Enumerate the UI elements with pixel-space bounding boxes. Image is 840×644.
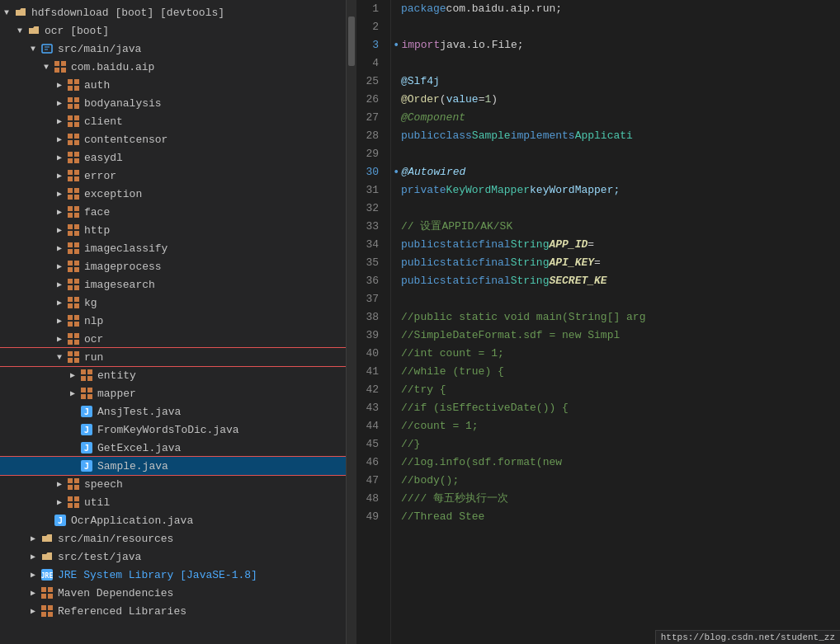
code-line-30: • @Autowired xyxy=(401,163,840,181)
tree-item-easydl[interactable]: ▶easydl xyxy=(0,148,346,167)
svg-text:J: J xyxy=(84,444,89,453)
tree-item-OcrApplication[interactable]: JOcrApplication.java xyxy=(0,511,346,529)
tree-item-com-baidu-aip[interactable]: ▼com.baidu.aip xyxy=(0,58,346,76)
svg-rect-31 xyxy=(68,188,73,193)
svg-rect-47 xyxy=(68,261,73,266)
tree-item-exception[interactable]: ▶exception xyxy=(0,185,346,203)
svg-rect-64 xyxy=(74,333,79,338)
svg-rect-26 xyxy=(74,158,79,163)
tree-arrow[interactable]: ▶ xyxy=(53,80,66,90)
tree-arrow[interactable]: ▶ xyxy=(53,171,66,181)
tree-arrow[interactable]: ▶ xyxy=(53,153,66,162)
tree-item-nlp[interactable]: ▶nlp xyxy=(0,312,346,330)
svg-rect-99 xyxy=(41,587,46,592)
tree-arrow[interactable]: ▼ xyxy=(0,8,13,17)
tree-label-OcrApplication: OcrApplication.java xyxy=(71,515,193,527)
tree-item-client[interactable]: ▶client xyxy=(0,112,346,130)
svg-rect-69 xyxy=(68,358,73,363)
tree-item-imageclassify[interactable]: ▶imageclassify xyxy=(0,239,346,257)
tree-item-Sample[interactable]: JSample.java xyxy=(0,457,346,475)
svg-rect-44 xyxy=(74,242,79,247)
line-number-43: 43 xyxy=(356,399,384,417)
tree-arrow[interactable]: ▶ xyxy=(66,370,79,380)
svg-rect-46 xyxy=(74,249,79,254)
tree-item-util[interactable]: ▶util xyxy=(0,493,346,511)
tree-arrow[interactable]: ▶ xyxy=(26,552,40,562)
tree-arrow[interactable]: ▶ xyxy=(53,207,66,217)
tree-item-speech[interactable]: ▶speech xyxy=(0,475,346,493)
tree-item-ocr-pkg[interactable]: ▶ocr xyxy=(0,330,346,348)
tree-arrow[interactable]: ▶ xyxy=(66,388,79,398)
tree-icon-exception xyxy=(66,186,81,201)
tree-arrow[interactable]: ▼ xyxy=(53,353,66,362)
scrollbar-thumb[interactable] xyxy=(348,16,355,66)
svg-rect-49 xyxy=(68,267,73,272)
tree-item-src-test-java[interactable]: ▶src/test/java xyxy=(0,548,346,566)
code-token: // xyxy=(401,490,414,508)
tree-arrow[interactable]: ▼ xyxy=(26,45,40,54)
tree-arrow[interactable]: ▶ xyxy=(53,334,66,344)
tree-icon-hdfsdownload xyxy=(13,5,28,20)
code-token: ( xyxy=(440,91,446,109)
tree-icon-run xyxy=(66,350,81,364)
tree-item-kg[interactable]: ▶kg xyxy=(0,294,346,312)
line-number-45: 45 xyxy=(356,435,384,454)
tree-arrow[interactable]: ▼ xyxy=(40,63,53,72)
tree-arrow[interactable]: ▶ xyxy=(26,606,40,616)
code-token: // 设置APPID/AK/SK xyxy=(401,218,512,236)
tree-icon-kg xyxy=(66,295,81,310)
tree-item-GetExcel[interactable]: JGetExcel.java xyxy=(0,439,346,457)
tree-arrow[interactable]: ▶ xyxy=(26,534,40,543)
tree-item-http[interactable]: ▶http xyxy=(0,221,346,239)
tree-item-hdfsdownload[interactable]: ▼hdfsdownload [boot] [devtools] xyxy=(0,3,346,21)
code-content: package com.baidu.aip.run;•import java.i… xyxy=(391,0,840,644)
tree-arrow[interactable]: ▶ xyxy=(53,225,66,235)
svg-rect-104 xyxy=(48,605,53,610)
tree-arrow[interactable]: ▼ xyxy=(13,26,26,35)
tree-arrow[interactable]: ▶ xyxy=(53,98,66,108)
tree-item-mapper[interactable]: ▶mapper xyxy=(0,384,346,402)
tree-arrow[interactable]: ▶ xyxy=(53,189,66,199)
tree-item-entity[interactable]: ▶entity xyxy=(0,366,346,384)
tree-item-AnsjTest[interactable]: JAnsjTest.java xyxy=(0,402,346,421)
tree-item-ocr[interactable]: ▼ocr [boot] xyxy=(0,21,346,40)
tree-icon-error xyxy=(66,168,81,183)
code-token: private xyxy=(401,181,446,200)
tree-item-run[interactable]: ▼run xyxy=(0,348,346,366)
tree-item-jre[interactable]: ▶JREJRE System Library [JavaSE-1.8] xyxy=(0,566,346,584)
tree-item-imageprocess[interactable]: ▶imageprocess xyxy=(0,257,346,275)
tree-item-maven[interactable]: ▶Maven Dependencies xyxy=(0,584,346,602)
tree-arrow[interactable]: ▶ xyxy=(53,479,66,489)
svg-rect-94 xyxy=(74,503,79,508)
tree-arrow[interactable]: ▶ xyxy=(53,116,66,126)
tree-item-bodyanalysis[interactable]: ▶bodyanalysis xyxy=(0,94,346,112)
tree-item-src-main-resources[interactable]: ▶src/main/resources xyxy=(0,529,346,548)
tree-arrow[interactable]: ▶ xyxy=(26,588,40,598)
code-token: // 每五秒执行一次 xyxy=(414,490,508,508)
tree-item-reflibrary[interactable]: ▶Referenced Libraries xyxy=(0,602,346,620)
tree-arrow[interactable]: ▶ xyxy=(53,134,66,144)
tree-item-contentcensor[interactable]: ▶contentcensor xyxy=(0,130,346,148)
tree-item-error[interactable]: ▶error xyxy=(0,167,346,185)
tree-arrow[interactable]: ▶ xyxy=(53,316,66,326)
tree-item-imagesearch[interactable]: ▶imagesearch xyxy=(0,275,346,294)
tree-arrow[interactable]: ▶ xyxy=(53,261,66,271)
tree-label-AnsjTest: AnsjTest.java xyxy=(97,406,181,418)
tree-arrow[interactable]: ▶ xyxy=(53,497,66,507)
tree-arrow[interactable]: ▶ xyxy=(26,570,40,580)
file-tree-panel[interactable]: ▼hdfsdownload [boot] [devtools]▼ocr [boo… xyxy=(0,0,347,644)
tree-arrow[interactable]: ▶ xyxy=(53,280,66,289)
tree-item-FromKeyWordsToDic[interactable]: JFromKeyWordsToDic.java xyxy=(0,421,346,439)
tree-label-ocr-pkg: ocr xyxy=(84,333,103,346)
tree-item-src-main-java[interactable]: ▼src/main/java xyxy=(0,40,346,58)
tree-arrow[interactable]: ▶ xyxy=(53,243,66,253)
svg-rect-62 xyxy=(74,322,79,327)
svg-rect-9 xyxy=(68,86,73,91)
code-token: int count = 1; xyxy=(414,345,504,363)
tree-arrow[interactable]: ▶ xyxy=(53,298,66,308)
tree-item-auth[interactable]: ▶auth xyxy=(0,76,346,94)
tree-item-face[interactable]: ▶face xyxy=(0,203,346,221)
tree-scrollbar[interactable] xyxy=(347,0,356,644)
tree-icon-ocr-pkg xyxy=(66,331,81,346)
svg-rect-51 xyxy=(68,279,73,284)
